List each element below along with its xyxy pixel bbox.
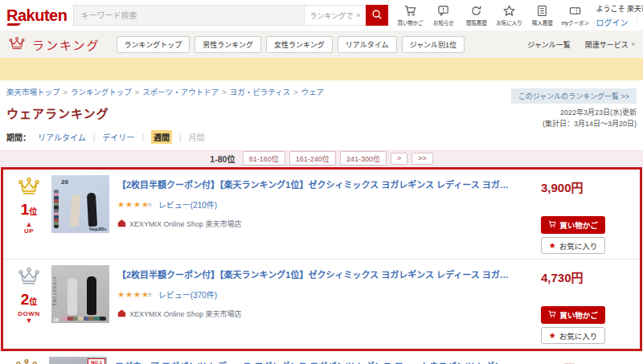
period-realtime[interactable]: リアルタイム	[38, 131, 86, 143]
notice-link[interactable]: お知らせ	[429, 5, 457, 27]
cart-icon	[548, 220, 556, 230]
pagination-next[interactable]: >	[391, 153, 408, 165]
history-icon	[470, 5, 482, 17]
breadcrumb-link[interactable]: ウェア	[301, 88, 325, 96]
chevron-down-icon: ∨	[631, 41, 635, 47]
favorite-button[interactable]: ★ お気に入り	[541, 237, 605, 254]
nav-genre-no1[interactable]: ジャンル別1位	[402, 36, 465, 53]
review-count-link[interactable]: レビュー(370件)	[158, 288, 217, 301]
related-services-link[interactable]: 関連サービス ∨	[585, 39, 635, 50]
review-count-link[interactable]: レビュー(210件)	[158, 198, 217, 211]
gold-crown-icon	[17, 177, 41, 199]
period-divider: |	[141, 133, 144, 141]
breadcrumb-separator: >	[135, 88, 140, 96]
color-swatches	[63, 317, 106, 321]
star-rating-icon: ★★★★	[117, 200, 149, 209]
period-monthly[interactable]: 月間	[189, 131, 205, 143]
notice-label: お知らせ	[433, 18, 454, 26]
brand-label: Vup3D+	[89, 227, 107, 231]
product-image[interactable]: 20 Vup3D+	[51, 175, 109, 233]
updated-date: 2022年3月23日(水)更新	[543, 108, 637, 119]
favorites-link[interactable]: お気に入り	[495, 5, 523, 27]
update-info: 2022年3月23日(水)更新 (集計日：3月14日～3月20日)	[543, 108, 637, 129]
review-row: ★★★★★ レビュー(210件)	[117, 198, 513, 211]
add-to-cart-button[interactable]: 買い物かご	[541, 216, 605, 234]
coupon-link[interactable]: myクーポン	[561, 5, 589, 27]
purchase-history-link[interactable]: 購入履歴	[528, 5, 556, 27]
add-to-cart-button[interactable]: 買い物かご	[541, 306, 605, 324]
signature-label: SIGNATURE	[52, 276, 57, 307]
genre-ranking-list-button[interactable]: このジャンルのランキング一覧 >>	[511, 88, 637, 104]
pagination-last[interactable]: >>	[412, 153, 433, 165]
price-text: 998円	[543, 360, 575, 364]
product-title-link[interactable]: 【2枚目半額クーポン付】【楽天ランキング1位】ゼクシィミックス ヨガレギンス レ…	[117, 178, 513, 190]
rank-column: 2位 DOWN ▼	[8, 265, 50, 325]
breadcrumb-separator: >	[293, 88, 298, 96]
star-icon	[503, 5, 515, 17]
breadcrumb-link[interactable]: ランキングトップ	[71, 88, 132, 96]
tally-period: (集計日：3月14日～3月20日)	[543, 119, 637, 130]
product-image[interactable]: NO.1	[49, 357, 107, 364]
coupon-label: myクーポン	[562, 18, 589, 26]
breadcrumb-link[interactable]: スポーツ・アウトドア	[142, 88, 219, 96]
breadcrumb-link[interactable]: ヨガ・ピラティス	[230, 88, 290, 96]
shop-icon	[117, 219, 126, 229]
history-link[interactable]: 閲覧履歴	[462, 5, 490, 27]
price-text: 4,730円	[541, 268, 584, 285]
notice-icon	[437, 5, 449, 17]
pagination-81-160[interactable]: 81-160位	[243, 151, 285, 166]
cart-link[interactable]: 買い物かご	[396, 5, 424, 27]
star-rating-icon: ★★★★	[117, 290, 149, 299]
search-input[interactable]	[80, 11, 297, 20]
product-title-link[interactable]: 【2枚目半額クーポン付】【楽天ランキング1位】ゼクシィミックス ヨガレギンス レ…	[117, 268, 513, 280]
main-content: このジャンルのランキング一覧 >> 2022年3月23日(水)更新 (集計日：3…	[0, 86, 643, 144]
nav-mens-ranking[interactable]: 男性ランキング	[195, 36, 261, 53]
shop-name-link[interactable]: XEXYMIX Online Shop 楽天市場店	[129, 219, 242, 229]
shop-row: XEXYMIX Online Shop 楽天市場店	[117, 309, 513, 319]
ranking-nav-buttons: ランキングトップ 男性ランキング 女性ランキング リアルタイム ジャンル別1位	[117, 36, 465, 53]
nav-womens-ranking[interactable]: 女性ランキング	[266, 36, 333, 53]
top2-highlight-box: 1位 ▲ UP 20 Vup3D+ 【2枚目半額クーポン付】【楽天ランキング1位…	[1, 167, 642, 351]
cart-button-label: 買い物かご	[559, 309, 598, 321]
ranking-item-3: 3位 ▲ UP NO.1 ヨガウェア ヨガパンツ レディース ヨガレギンス ヨガ…	[1, 351, 642, 364]
product-title-link[interactable]: ヨガウェア ヨガパンツ レディース ヨガレギンス ヨガパンツ レギンス フィット…	[115, 359, 515, 364]
rakuten-logo[interactable]: Rakuten	[6, 7, 67, 23]
search-button[interactable]	[366, 5, 388, 26]
period-daily[interactable]: デイリー	[102, 131, 134, 143]
cart-icon	[548, 310, 556, 320]
pagination-161-240[interactable]: 161-240位	[289, 151, 336, 166]
rakuten-ranking-page: Rakuten ランキングで ∨ 買い物かご お知らせ	[0, 0, 643, 364]
account-divider: ｜	[633, 17, 640, 27]
genre-info-block: このジャンルのランキング一覧 >> 2022年3月23日(水)更新 (集計日：3…	[511, 88, 637, 129]
down-arrow-icon: ▼	[26, 317, 33, 325]
pagination-241-300[interactable]: 241-300位	[340, 151, 387, 166]
genre-list-link[interactable]: ジャンル一覧	[527, 39, 571, 50]
no1-badge: NO.1	[88, 358, 105, 364]
pagination-bar: 1-80位 81-160位 161-240位 241-300位 > >>	[0, 150, 643, 166]
review-row: ★★★★★ レビュー(370件)	[117, 288, 513, 301]
search-icon	[371, 9, 383, 22]
favorite-button[interactable]: ★ お気に入り	[541, 327, 605, 344]
period-divider: |	[179, 133, 182, 141]
star-icon: ★	[549, 241, 556, 250]
welcome-text: ようこそ 楽天市場へ	[596, 3, 643, 14]
header: Rakuten ランキングで ∨ 買い物かご お知らせ	[0, 0, 643, 31]
nav-ranking-top[interactable]: ランキングトップ	[117, 36, 190, 53]
pagination-current: 1-80位	[210, 153, 235, 165]
ranking-nav-right: ジャンル一覧 関連サービス ∨	[527, 39, 635, 50]
crown-icon	[8, 36, 26, 53]
product-image[interactable]: SIGNATURE 18	[51, 265, 109, 323]
breadcrumb-separator: >	[63, 88, 68, 96]
search-category-dropdown[interactable]: ランキングで ∨	[304, 5, 367, 26]
related-services-label: 関連サービス	[585, 39, 629, 50]
login-link[interactable]: ログイン	[596, 16, 628, 28]
trend-down-indicator: DOWN ▼	[18, 311, 39, 325]
nav-realtime[interactable]: リアルタイム	[338, 36, 397, 53]
leggings-dark	[87, 276, 96, 315]
shop-name-link[interactable]: XEXYMIX Online Shop 楽天市場店	[129, 309, 242, 319]
cart-icon	[404, 5, 416, 17]
rank-number: 1位	[21, 202, 38, 217]
breadcrumb-link[interactable]: 楽天市場トップ	[6, 88, 60, 96]
search-bar: ランキングで ∨	[73, 5, 388, 26]
period-weekly-selected[interactable]: 週間	[151, 130, 172, 144]
